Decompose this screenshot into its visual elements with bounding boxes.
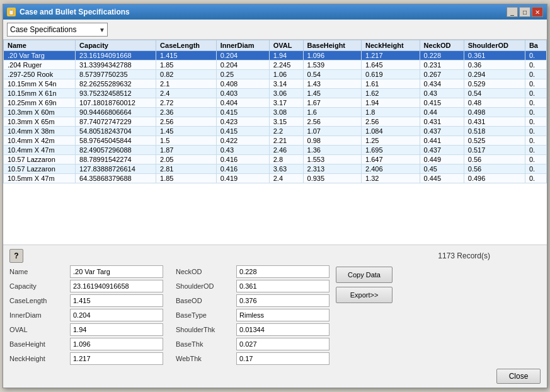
table-row[interactable]: 10.4mm X 38m54.805182437041.450.4152.21.… (4, 127, 547, 136)
table-cell: 0.422 (216, 136, 269, 146)
table-cell: 10.25mm X 69n (4, 98, 76, 108)
table-cell: 1.06 (269, 70, 303, 79)
form-input-capacity[interactable] (70, 280, 163, 292)
table-row[interactable]: 10.57 Lazzaron88.789915422742.050.4162.8… (4, 155, 547, 164)
table-cell: 0.204 (216, 51, 269, 61)
table-cell: 1.67 (303, 98, 362, 108)
table-cell: 0.43 (216, 146, 269, 155)
table-cell: 2.05 (156, 155, 217, 164)
table-cell: 107.18018760012 (76, 98, 156, 108)
title-controls: _ □ ✕ (507, 7, 543, 17)
detail-form: NameCapacityCaseLengthInnerDiamOVALBaseH… (9, 265, 329, 365)
table-cell: 0. (525, 146, 546, 155)
form-input-basethk[interactable] (236, 338, 329, 350)
form-row-right-6: WebThk (176, 352, 329, 365)
table-cell: 2.56 (156, 117, 217, 127)
table-row[interactable]: .297-250 Rook8.573977502350.820.251.060.… (4, 70, 547, 79)
data-table-container[interactable]: Name Capacity CaseLength InnerDiam OVAL … (3, 40, 547, 245)
table-row[interactable]: 10.15mm X 54n82.262552896322.10.4083.141… (4, 79, 547, 89)
table-cell: 0.82 (156, 70, 217, 79)
form-label: Capacity (9, 282, 66, 290)
table-cell: 10.57 Lazzaron (4, 164, 76, 174)
help-button[interactable]: ? (9, 249, 23, 263)
form-label: NeckHeight (9, 355, 66, 362)
table-cell: 1.32 (362, 174, 420, 183)
form-input-neckod[interactable] (236, 265, 329, 278)
table-cell: 1.45 (303, 89, 362, 98)
form-row-left-4: OVAL (9, 323, 163, 336)
table-cell: 1.43 (303, 79, 362, 89)
form-input-baseod[interactable] (236, 294, 329, 307)
table-cell: 0.25 (216, 70, 269, 79)
table-row[interactable]: 10.4mm X 42m58.976450458441.50.4222.210.… (4, 136, 547, 146)
form-input-webthk[interactable] (236, 352, 329, 365)
table-row[interactable]: 10.3mm X 60m90.944668066642.360.4153.081… (4, 108, 547, 117)
window-icon: 📋 (7, 8, 16, 16)
table-row[interactable]: 10.57 Lazzaron127.838887266142.810.4163.… (4, 164, 547, 174)
specification-dropdown[interactable]: Case Specifications Bullet Specification… (7, 23, 108, 37)
table-cell: 0.525 (464, 136, 525, 146)
form-label: BaseHeight (9, 340, 66, 348)
table-header-row: Name Capacity CaseLength InnerDiam OVAL … (4, 40, 547, 51)
form-label: ShoulderThk (176, 326, 232, 333)
table-row[interactable]: 10.4mm X 47m82.490572960881.870.432.461.… (4, 146, 547, 155)
table-cell: 1.36 (303, 146, 362, 155)
table-cell: 0.48 (464, 98, 525, 108)
table-cell: .20 Var Targ (4, 51, 76, 61)
table-cell: 0.415 (216, 108, 269, 117)
window-title: Case and Bullet Specifications (20, 8, 130, 16)
records-count: 1173 Record(s) (438, 251, 490, 260)
table-cell: 10.4mm X 38m (4, 127, 76, 136)
table-body: .20 Var Targ23.161940916681.4150.2041.94… (4, 51, 547, 183)
form-input-innerdiam[interactable] (70, 309, 163, 321)
table-cell: .297-250 Rook (4, 70, 76, 79)
table-cell: 2.46 (269, 146, 303, 155)
form-section-left: NameCapacityCaseLengthInnerDiamOVALBaseH… (9, 265, 163, 365)
export-button[interactable]: Export>> (336, 287, 392, 303)
table-cell: 0. (525, 61, 546, 70)
close-button[interactable]: Close (496, 369, 541, 384)
window-close-button[interactable]: ✕ (532, 7, 543, 17)
form-input-neckheight[interactable] (70, 352, 163, 365)
form-input-shoulderthk[interactable] (236, 323, 329, 336)
col-ba: Ba (525, 40, 546, 51)
bottom-right: NameCapacityCaseLengthInnerDiamOVALBaseH… (9, 265, 541, 365)
table-cell: 0.437 (420, 127, 464, 136)
form-input-caselength[interactable] (70, 294, 163, 307)
table-cell: 1.8 (362, 108, 420, 117)
table-cell: 3.06 (269, 89, 303, 98)
table-row[interactable]: .20 Var Targ23.161940916681.4150.2041.94… (4, 51, 547, 61)
table-cell: 0.431 (420, 117, 464, 127)
main-window: 📋 Case and Bullet Specifications _ □ ✕ C… (3, 4, 547, 388)
col-shoulderod: ShoulderOD (464, 40, 525, 51)
form-input-shoulderod[interactable] (236, 280, 329, 292)
table-cell: 1.85 (156, 61, 217, 70)
table-row[interactable]: 10.15mm X 61n93.752324585122.40.4033.061… (4, 89, 547, 98)
table-cell: 1.94 (362, 98, 420, 108)
table-cell: 0.498 (464, 108, 525, 117)
copy-data-button[interactable]: Copy Data (336, 267, 392, 283)
form-input-basetype[interactable] (236, 309, 329, 321)
table-cell: 1.62 (362, 89, 420, 98)
table-cell: 2.406 (362, 164, 420, 174)
col-caselength: CaseLength (156, 40, 217, 51)
table-cell: 1.539 (303, 61, 362, 70)
table-cell: 82.49057296088 (76, 146, 156, 155)
table-row[interactable]: 10.3mm X 65m87.740727472292.560.4233.152… (4, 117, 547, 127)
table-cell: 0.204 (216, 61, 269, 70)
table-cell: 0. (525, 70, 546, 79)
form-input-name[interactable] (70, 265, 163, 278)
table-cell: 2.4 (269, 174, 303, 183)
form-input-oval[interactable] (70, 323, 163, 336)
table-row[interactable]: 10.5mm X 47m64.358683796881.850.4192.40.… (4, 174, 547, 183)
table-cell: 1.415 (156, 51, 217, 61)
minimize-button[interactable]: _ (507, 7, 518, 17)
table-row[interactable]: 10.25mm X 69n107.180187600122.720.4043.1… (4, 98, 547, 108)
table-cell: 0. (525, 117, 546, 127)
table-cell: 0. (525, 89, 546, 98)
close-row: Close (9, 369, 541, 384)
maximize-button[interactable]: □ (519, 7, 530, 17)
table-cell: 0.45 (420, 164, 464, 174)
form-input-baseheight[interactable] (70, 338, 163, 350)
table-row[interactable]: .204 Ruger31.339943427881.850.2042.2451.… (4, 61, 547, 70)
